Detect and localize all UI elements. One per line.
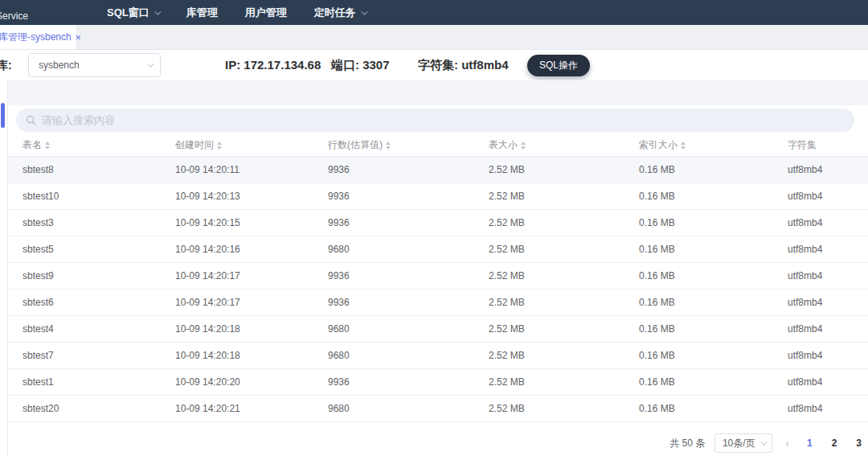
cell-size: 2.52 MB	[489, 236, 639, 262]
column-header-table-size[interactable]: 表大小	[489, 135, 639, 156]
cell-table-name: sbtest9	[8, 262, 175, 289]
table-row: sbtest7 10-09 14:20:18 9680 2.52 MB 0.16…	[8, 342, 868, 368]
cell-row-count: 9936	[328, 183, 489, 209]
main-menu: SQL窗口 库管理 用户管理 定时任务	[107, 6, 366, 20]
spacer-band	[8, 80, 868, 105]
menu-item-sql-window[interactable]: SQL窗口	[107, 6, 159, 20]
cell-charset: utf8mb4	[788, 236, 868, 262]
cell-created: 10-09 14:20:20	[175, 368, 328, 395]
db-info-toolbar: 数据库: sysbench IP: 172.17.134.68 端口: 3307…	[0, 50, 868, 80]
cell-row-count: 9936	[328, 289, 489, 315]
cell-row-count: 9936	[328, 368, 489, 395]
cell-created: 10-09 14:20:15	[175, 209, 328, 236]
cell-row-count: 9936	[328, 209, 489, 236]
cell-index-size: 0.16 MB	[639, 209, 788, 236]
cell-size: 2.52 MB	[489, 395, 639, 421]
cell-created: 10-09 14:20:17	[175, 262, 328, 289]
table-row: sbtest8 10-09 14:20:11 9936 2.52 MB 0.16…	[8, 156, 868, 183]
cell-size: 2.52 MB	[489, 262, 639, 289]
page-number-2[interactable]: 2	[827, 438, 842, 449]
chevron-down-icon	[760, 438, 767, 445]
cell-row-count: 9680	[328, 236, 489, 262]
left-panel-scrollbar	[0, 80, 8, 456]
page-size-select[interactable]: 10条/页	[714, 433, 772, 453]
column-header-table-name[interactable]: 表名	[8, 135, 175, 156]
cell-table-name: sbtest3	[8, 209, 175, 236]
cell-index-size: 0.16 MB	[639, 156, 788, 183]
charset-value: 字符集: utf8mb4	[418, 58, 509, 73]
sql-operation-button[interactable]: SQL操作	[527, 55, 590, 76]
cell-row-count: 9680	[328, 315, 489, 342]
cell-created: 10-09 14:20:18	[175, 315, 328, 342]
cell-size: 2.52 MB	[489, 156, 639, 183]
sort-icon	[386, 142, 391, 150]
database-label: 数据库:	[0, 59, 12, 73]
table-row: sbtest3 10-09 14:20:15 9936 2.52 MB 0.16…	[8, 209, 868, 236]
column-header-created-time[interactable]: 创建时间	[175, 135, 328, 156]
close-icon[interactable]: ×	[76, 32, 81, 43]
cell-index-size: 0.16 MB	[639, 395, 788, 421]
search-input[interactable]	[42, 114, 845, 126]
database-select-value: sysbench	[39, 60, 80, 71]
tab-bar: 库管理-sysbench ×	[0, 25, 868, 50]
prev-page-button[interactable]: ‹	[782, 437, 792, 450]
table-row: sbtest9 10-09 14:20:17 9936 2.52 MB 0.16…	[8, 262, 868, 289]
cell-table-name: sbtest7	[8, 342, 175, 368]
cell-size: 2.52 MB	[489, 368, 639, 395]
column-header-index-size[interactable]: 索引大小	[639, 135, 788, 156]
cell-table-name: sbtest10	[8, 183, 175, 209]
cell-size: 2.52 MB	[489, 315, 639, 342]
cell-charset: utf8mb4	[788, 342, 868, 368]
table-row: sbtest1 10-09 14:20:20 9936 2.52 MB 0.16…	[8, 368, 868, 395]
cell-table-name: sbtest5	[8, 236, 175, 262]
table-row: sbtest5 10-09 14:20:16 9680 2.52 MB 0.16…	[8, 236, 868, 262]
cell-created: 10-09 14:20:16	[175, 236, 328, 262]
cell-charset: utf8mb4	[788, 368, 868, 395]
search-icon	[26, 115, 36, 125]
cell-size: 2.52 MB	[489, 209, 639, 236]
cell-charset: utf8mb4	[788, 156, 868, 183]
cell-created: 10-09 14:20:17	[175, 289, 328, 315]
menu-item-user-management[interactable]: 用户管理	[245, 6, 287, 20]
table-row: sbtest4 10-09 14:20:18 9680 2.52 MB 0.16…	[8, 315, 868, 342]
chevron-down-icon	[147, 60, 154, 67]
app-window: Service SQL窗口 库管理 用户管理 定时任务 库管理-sysbench…	[0, 0, 868, 456]
cell-table-name: sbtest4	[8, 315, 175, 342]
database-select[interactable]: sysbench	[28, 53, 161, 77]
cell-index-size: 0.16 MB	[639, 289, 788, 315]
column-header-charset: 字符集	[788, 135, 868, 156]
column-header-row-count[interactable]: 行数(估算值)	[328, 135, 489, 156]
cell-index-size: 0.16 MB	[639, 236, 788, 262]
cell-charset: utf8mb4	[788, 183, 868, 209]
cell-charset: utf8mb4	[788, 209, 868, 236]
port-value: 端口: 3307	[331, 58, 390, 73]
menu-item-scheduled-tasks[interactable]: 定时任务	[314, 6, 366, 20]
tables-table: 表名 创建时间 行数(估算值) 表大小	[8, 135, 868, 422]
search-bar	[16, 109, 854, 132]
cell-created: 10-09 14:20:11	[175, 156, 328, 183]
cell-charset: utf8mb4	[788, 315, 868, 342]
table-row: sbtest6 10-09 14:20:17 9936 2.52 MB 0.16…	[8, 289, 868, 315]
cell-table-name: sbtest20	[8, 395, 175, 421]
scrollbar-thumb[interactable]	[1, 103, 5, 128]
cell-table-name: sbtest6	[8, 289, 175, 315]
cell-row-count: 9680	[328, 395, 489, 421]
tab-db-management-sysbench[interactable]: 库管理-sysbench ×	[0, 25, 77, 50]
cell-created: 10-09 14:20:13	[175, 183, 328, 209]
cell-index-size: 0.16 MB	[639, 262, 788, 289]
pagination-total: 共 50 条	[669, 437, 705, 450]
cell-size: 2.52 MB	[489, 183, 639, 209]
page-number-1[interactable]: 1	[802, 438, 817, 449]
sort-icon	[45, 142, 50, 150]
app-logo: Service	[0, 4, 92, 22]
cell-table-name: sbtest8	[8, 156, 175, 183]
menu-item-db-management[interactable]: 库管理	[186, 6, 218, 20]
table-row: sbtest10 10-09 14:20:13 9936 2.52 MB 0.1…	[8, 183, 868, 209]
chevron-down-icon	[361, 8, 367, 14]
cell-index-size: 0.16 MB	[639, 183, 788, 209]
table-row: sbtest20 10-09 14:20:21 9680 2.52 MB 0.1…	[8, 395, 868, 421]
ip-value: IP: 172.17.134.68	[225, 58, 321, 72]
cell-charset: utf8mb4	[788, 289, 868, 315]
page-number-3[interactable]: 3	[851, 438, 866, 449]
top-navbar: Service SQL窗口 库管理 用户管理 定时任务	[0, 0, 868, 25]
